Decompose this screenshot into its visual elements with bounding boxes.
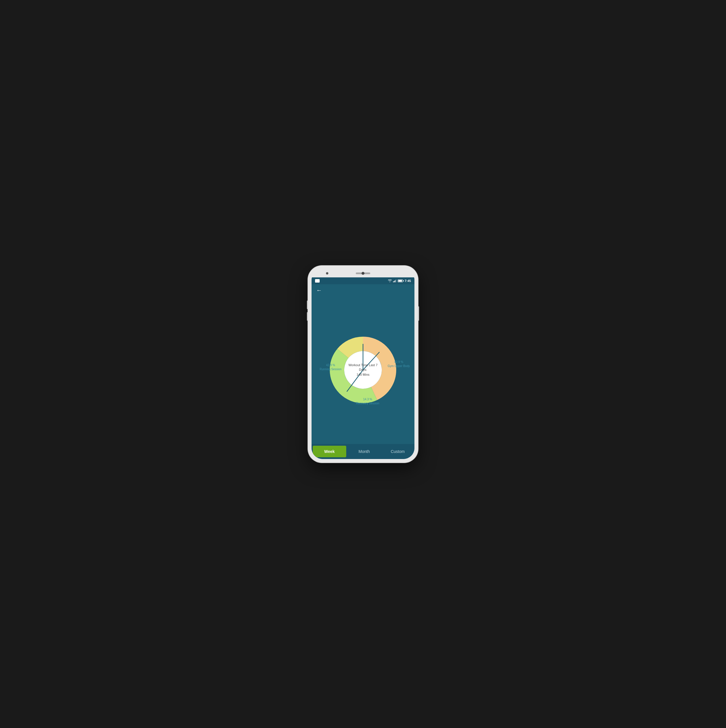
notification-icon bbox=[315, 279, 320, 283]
label-running-percent: 42.9 % bbox=[320, 363, 342, 367]
chart-area: Workout Time Last 7 Days: 140 Mins 42.9 … bbox=[311, 296, 415, 444]
chart-center-value: 140 Mins bbox=[347, 372, 379, 377]
tab-bar: Week Month Custom bbox=[311, 444, 415, 459]
app-screen: 7:45 ← bbox=[311, 277, 415, 459]
label-running-name: Running Session bbox=[320, 367, 342, 372]
chart-center-title: Workout Time Last 7 Days: bbox=[347, 363, 379, 372]
tab-month[interactable]: Month bbox=[348, 444, 381, 459]
battery-icon bbox=[398, 279, 403, 282]
label-gym-percent: 42.9 % bbox=[387, 360, 410, 364]
phone-top-notch bbox=[311, 269, 415, 277]
status-bar: 7:45 bbox=[311, 277, 415, 284]
svg-rect-0 bbox=[393, 281, 394, 282]
label-recovery-name: Recovery Session bbox=[356, 401, 380, 405]
back-button[interactable]: ← bbox=[316, 287, 322, 293]
signal-icon bbox=[393, 279, 397, 282]
front-camera-icon bbox=[326, 272, 328, 274]
label-recovery-percent: 14.3 % bbox=[356, 398, 380, 401]
donut-center-text: Workout Time Last 7 Days: 140 Mins bbox=[347, 363, 379, 377]
selfie-camera-icon bbox=[361, 272, 365, 275]
phone-frame: 7:45 ← bbox=[308, 266, 418, 462]
status-left bbox=[315, 279, 320, 283]
svg-rect-2 bbox=[395, 280, 395, 282]
tab-custom[interactable]: Custom bbox=[381, 444, 415, 459]
label-gym: 42.9 % Gym Upper Body bbox=[387, 360, 410, 368]
vol-up-button[interactable] bbox=[307, 301, 308, 309]
vol-down-button[interactable] bbox=[307, 312, 308, 321]
svg-rect-3 bbox=[396, 279, 396, 282]
tab-week[interactable]: Week bbox=[313, 446, 346, 457]
label-gym-name: Gym Upper Body bbox=[387, 364, 410, 368]
label-running: 42.9 % Running Session bbox=[320, 363, 342, 372]
status-time: 7:45 bbox=[405, 279, 411, 283]
phone-screen: 7:45 ← bbox=[311, 269, 415, 459]
nav-bar: ← bbox=[311, 284, 415, 296]
wifi-icon bbox=[388, 279, 392, 282]
power-button[interactable] bbox=[418, 306, 419, 321]
svg-rect-1 bbox=[394, 281, 395, 282]
donut-chart: Workout Time Last 7 Days: 140 Mins 42.9 … bbox=[323, 329, 403, 410]
status-right: 7:45 bbox=[388, 279, 411, 283]
label-recovery: 14.3 % Recovery Session bbox=[356, 398, 380, 405]
